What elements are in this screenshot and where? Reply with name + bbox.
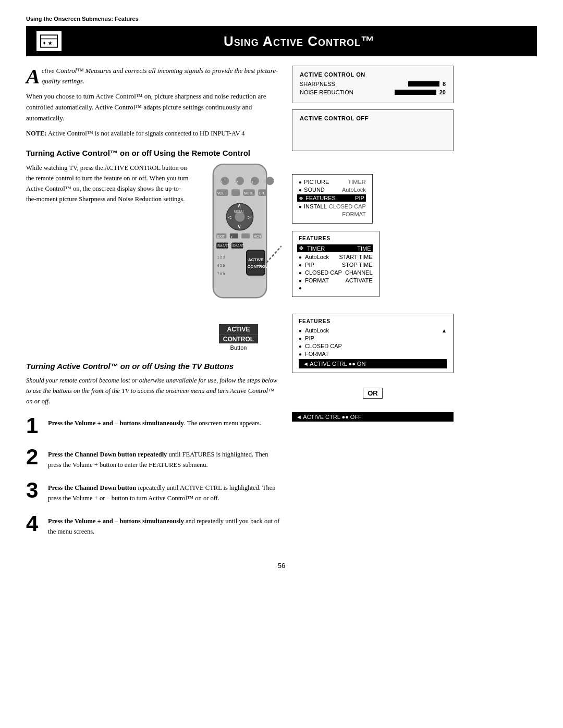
button-label: Button <box>219 343 258 351</box>
section-header: Using the Onscreen Submenus: Features <box>26 16 537 22</box>
sound-label: SOUND <box>304 187 325 193</box>
active-control-off-box: ACTIVE CONTROL OFF <box>292 109 454 151</box>
pip-label: PIP <box>305 262 314 268</box>
svg-text:∧: ∧ <box>237 202 241 208</box>
noise-bar <box>395 90 436 95</box>
on-autolock: ● AutoLock ▲ <box>299 327 447 334</box>
sound-bullet: ● <box>299 187 302 193</box>
svg-text:7  8  9: 7 8 9 <box>217 272 225 276</box>
note-text: Active Control™ is not available for sig… <box>47 130 245 137</box>
format-item: ● FORMAT ACTIVATE <box>299 277 373 283</box>
install-bullet: ● <box>299 204 302 209</box>
sharpness-value: 8 <box>443 81 446 87</box>
svg-text:2: 2 <box>236 180 238 184</box>
page-number: 56 <box>26 562 537 570</box>
noise-value: 20 <box>439 89 446 95</box>
timer-right: TIME <box>357 245 371 252</box>
step-2-text: Press the Channel Down button repeatedly… <box>48 446 282 470</box>
menu-sound: ● SOUND AutoLock <box>299 187 366 193</box>
on-pip-label: PIP <box>305 335 314 341</box>
on-autolock-bullet: ● <box>299 328 302 334</box>
active-ctrl-on-text: ◄ ACTIVE CTRL ●● ON <box>303 361 365 367</box>
svg-rect-30 <box>241 233 250 239</box>
remote-svg: 1 2 3 VOL MUTE CH ∧ ∨ <box>198 163 282 329</box>
svg-text:MENU: MENU <box>234 209 244 213</box>
active-control-on-box: ACTIVE CONTROL ON SHARPNESS 8 NOISE REDU… <box>292 66 454 103</box>
on-autolock-icon: ▲ <box>442 328 447 334</box>
timer-arrow: ❖ <box>299 245 304 252</box>
pip-right: STOP TIME <box>342 262 373 268</box>
install-right: CLOSED CAP <box>329 203 366 209</box>
picture-right: TIMER <box>348 179 366 185</box>
svg-text:✦: ✦ <box>42 41 47 46</box>
svg-point-20 <box>235 212 244 221</box>
features-on-title: FEATURES <box>299 318 447 324</box>
active-ctrl-off-bar: ◄ ACTIVE CTRL ●● OFF <box>292 412 454 422</box>
main-menu-box: ● PICTURE TIMER ● SOUND AutoLock ❖ FEATU… <box>292 174 373 224</box>
pip-bullet: ● <box>299 262 302 268</box>
left-column: A ctive Control™ Measures and corrects a… <box>26 66 282 546</box>
active-ctrl-off-text: ◄ ACTIVE CTRL ●● OFF <box>296 414 362 420</box>
on-autolock-label: AutoLock <box>305 327 329 334</box>
page-title: Using Active Control™ <box>72 33 527 50</box>
section1-body: While watching TV, press the ACTIVE CONT… <box>26 163 191 204</box>
svg-text:∨: ∨ <box>237 223 241 229</box>
svg-text:1  2  3: 1 2 3 <box>217 255 225 259</box>
features-right: PIP <box>355 195 364 201</box>
menu-empty: FORMAT <box>299 211 366 217</box>
active-label: ACTIVE <box>219 324 258 335</box>
svg-text:4  5  6: 4 5 6 <box>217 264 225 267</box>
on-closed-cap: ● CLOSED CAP <box>299 343 447 349</box>
on-format-label: FORMAT <box>305 351 329 357</box>
features-bullet: ❖ <box>299 195 303 201</box>
on-pip-bullet: ● <box>299 336 302 341</box>
step-1-bold: Press the Volume + and – buttons simulta… <box>48 419 184 427</box>
empty-right: FORMAT <box>342 211 366 217</box>
format-right: ACTIVATE <box>345 277 372 283</box>
note-label: NOTE: <box>26 130 47 137</box>
ui-off-title: ACTIVE CONTROL OFF <box>300 115 446 121</box>
svg-point-8 <box>266 177 274 185</box>
on-closed-cap-label: CLOSED CAP <box>305 343 342 349</box>
intro-italic-text: ctive Control™ Measures and corrects all… <box>42 67 278 85</box>
step-2-num: 2 <box>26 446 43 468</box>
menu-picture: ● PICTURE TIMER <box>299 179 366 185</box>
on-closed-cap-bullet: ● <box>299 343 302 349</box>
step-1-text: Press the Volume + and – buttons simulta… <box>48 415 261 428</box>
svg-text:<: < <box>228 214 232 220</box>
sharpness-label: SHARPNESS <box>300 81 335 87</box>
step-3-text: Press the Channel Down button repeatedly… <box>48 479 282 503</box>
svg-text:>: > <box>247 214 251 220</box>
svg-text:ACH: ACH <box>254 235 261 238</box>
section2-body: Should your remote control become lost o… <box>26 375 282 406</box>
ui-on-title: ACTIVE CONTROL ON <box>300 71 446 78</box>
autolock-item: ● AutoLock START TIME <box>299 254 373 260</box>
step-2: 2 Press the Channel Down button repeated… <box>26 446 282 470</box>
svg-text:1: 1 <box>221 180 223 184</box>
step-3-num: 3 <box>26 479 43 501</box>
closed-cap-right: CHANNEL <box>345 269 373 276</box>
drop-cap: A <box>26 68 40 85</box>
closed-cap-item: ● CLOSED CAP CHANNEL <box>299 269 373 276</box>
closed-cap-label: CLOSED CAP <box>305 269 342 276</box>
on-format-bullet: ● <box>299 351 302 357</box>
svg-text:SMART: SMART <box>232 243 244 247</box>
svg-text:EXIT: EXIT <box>217 235 225 238</box>
title-bar: ✦ ★ Using Active Control™ <box>26 26 537 56</box>
step-4-bold: Press the Volume + and – buttons simulta… <box>48 517 184 525</box>
remote-image-area: 1 2 3 VOL MUTE CH ∧ ∨ <box>198 163 282 351</box>
step-3: 3 Press the Channel Down button repeated… <box>26 479 282 503</box>
autolock-label: AutoLock <box>305 254 329 260</box>
autolock-bullet: ● <box>299 254 302 260</box>
section1-heading: Turning Active Control™ on or off Using … <box>26 148 282 158</box>
features-on-box: FEATURES ● AutoLock ▲ ● PIP ● CLOSED CAP… <box>292 314 454 373</box>
section2-heading: Turning Active Control™ on or off Using … <box>26 361 282 372</box>
sound-right: AutoLock <box>342 187 366 193</box>
empty-item: ● <box>299 285 373 291</box>
step-4: 4 Press the Volume + and – buttons simul… <box>26 513 282 537</box>
sharpness-bar <box>408 81 439 87</box>
svg-text:ACTIVE: ACTIVE <box>248 257 264 262</box>
svg-text:VOL: VOL <box>217 191 224 194</box>
closed-cap-bullet: ● <box>299 270 302 276</box>
intro-when-text: When you choose to turn Active Control™ … <box>26 91 282 124</box>
